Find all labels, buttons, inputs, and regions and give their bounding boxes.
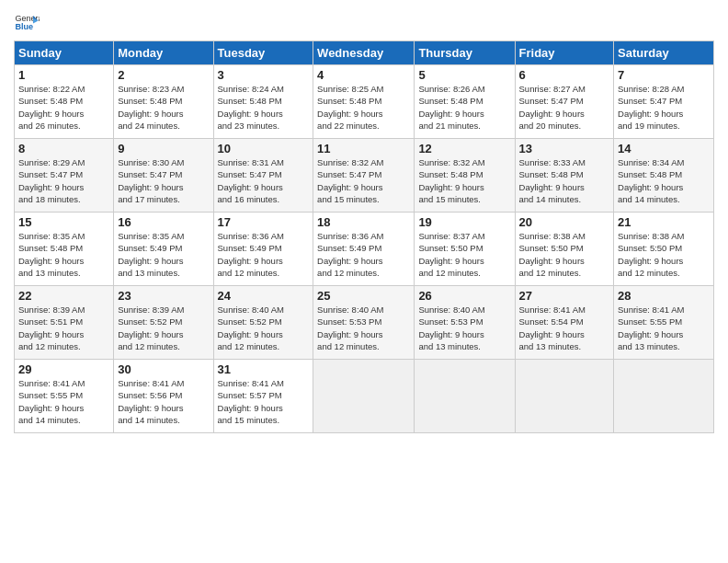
calendar-cell: 26Sunrise: 8:40 AM Sunset: 5:53 PM Dayli… [415, 286, 515, 360]
calendar-cell: 18Sunrise: 8:36 AM Sunset: 5:49 PM Dayli… [313, 213, 415, 286]
day-number: 2 [118, 68, 209, 82]
day-number: 28 [618, 289, 710, 303]
day-number: 6 [519, 68, 610, 82]
day-info: Sunrise: 8:41 AM Sunset: 5:55 PM Dayligh… [18, 377, 109, 426]
day-number: 15 [18, 215, 109, 229]
day-info: Sunrise: 8:32 AM Sunset: 5:48 PM Dayligh… [418, 156, 510, 205]
calendar-cell: 6Sunrise: 8:27 AM Sunset: 5:47 PM Daylig… [515, 65, 614, 139]
day-info: Sunrise: 8:38 AM Sunset: 5:50 PM Dayligh… [618, 230, 710, 279]
weekday-header: Friday [515, 41, 614, 65]
day-number: 1 [18, 68, 109, 82]
day-number: 20 [519, 215, 610, 229]
calendar-cell: 9Sunrise: 8:30 AM Sunset: 5:47 PM Daylig… [114, 139, 213, 213]
weekday-header: Wednesday [313, 41, 415, 65]
day-number: 25 [317, 289, 410, 303]
calendar-cell [313, 360, 415, 433]
day-info: Sunrise: 8:29 AM Sunset: 5:47 PM Dayligh… [18, 156, 109, 205]
day-number: 11 [317, 142, 410, 155]
calendar-header-row: SundayMondayTuesdayWednesdayThursdayFrid… [15, 41, 714, 65]
calendar-cell: 1Sunrise: 8:22 AM Sunset: 5:48 PM Daylig… [15, 65, 114, 139]
day-info: Sunrise: 8:37 AM Sunset: 5:50 PM Dayligh… [418, 230, 510, 279]
logo-icon: General Blue [14, 9, 40, 35]
day-info: Sunrise: 8:27 AM Sunset: 5:47 PM Dayligh… [519, 83, 610, 132]
day-number: 13 [519, 142, 610, 155]
calendar-cell: 17Sunrise: 8:36 AM Sunset: 5:49 PM Dayli… [213, 213, 313, 286]
calendar-cell: 24Sunrise: 8:40 AM Sunset: 5:52 PM Dayli… [213, 286, 313, 360]
calendar-cell: 19Sunrise: 8:37 AM Sunset: 5:50 PM Dayli… [415, 213, 515, 286]
day-info: Sunrise: 8:38 AM Sunset: 5:50 PM Dayligh… [519, 230, 610, 279]
calendar-cell: 5Sunrise: 8:26 AM Sunset: 5:48 PM Daylig… [415, 65, 515, 139]
day-info: Sunrise: 8:35 AM Sunset: 5:48 PM Dayligh… [18, 230, 109, 279]
day-number: 21 [618, 215, 710, 229]
day-info: Sunrise: 8:36 AM Sunset: 5:49 PM Dayligh… [218, 230, 310, 279]
calendar-cell: 4Sunrise: 8:25 AM Sunset: 5:48 PM Daylig… [313, 65, 415, 139]
day-info: Sunrise: 8:34 AM Sunset: 5:48 PM Dayligh… [618, 156, 710, 205]
day-info: Sunrise: 8:33 AM Sunset: 5:48 PM Dayligh… [519, 156, 610, 205]
weekday-header: Saturday [614, 41, 714, 65]
day-number: 14 [618, 142, 710, 155]
day-number: 8 [18, 142, 109, 155]
calendar-cell: 11Sunrise: 8:32 AM Sunset: 5:47 PM Dayli… [313, 139, 415, 213]
calendar-week-row: 29Sunrise: 8:41 AM Sunset: 5:55 PM Dayli… [15, 360, 714, 433]
day-info: Sunrise: 8:41 AM Sunset: 5:55 PM Dayligh… [618, 304, 710, 352]
calendar-cell: 23Sunrise: 8:39 AM Sunset: 5:52 PM Dayli… [114, 286, 213, 360]
calendar-cell: 20Sunrise: 8:38 AM Sunset: 5:50 PM Dayli… [515, 213, 614, 286]
calendar-cell: 25Sunrise: 8:40 AM Sunset: 5:53 PM Dayli… [313, 286, 415, 360]
calendar-cell: 27Sunrise: 8:41 AM Sunset: 5:54 PM Dayli… [515, 286, 614, 360]
day-number: 5 [418, 68, 510, 82]
day-info: Sunrise: 8:24 AM Sunset: 5:48 PM Dayligh… [218, 83, 310, 132]
calendar-cell: 2Sunrise: 8:23 AM Sunset: 5:48 PM Daylig… [114, 65, 213, 139]
day-number: 16 [118, 215, 209, 229]
day-info: Sunrise: 8:35 AM Sunset: 5:49 PM Dayligh… [118, 230, 209, 279]
day-info: Sunrise: 8:31 AM Sunset: 5:47 PM Dayligh… [218, 156, 310, 205]
calendar-cell: 14Sunrise: 8:34 AM Sunset: 5:48 PM Dayli… [614, 139, 714, 213]
day-info: Sunrise: 8:41 AM Sunset: 5:57 PM Dayligh… [218, 377, 310, 426]
day-number: 27 [519, 289, 610, 303]
calendar-cell: 29Sunrise: 8:41 AM Sunset: 5:55 PM Dayli… [15, 360, 114, 433]
day-number: 19 [418, 215, 510, 229]
day-number: 24 [218, 289, 310, 303]
day-info: Sunrise: 8:39 AM Sunset: 5:51 PM Dayligh… [18, 304, 109, 352]
day-number: 9 [118, 142, 209, 155]
day-number: 30 [118, 362, 209, 376]
day-info: Sunrise: 8:36 AM Sunset: 5:49 PM Dayligh… [317, 230, 410, 279]
calendar-cell: 8Sunrise: 8:29 AM Sunset: 5:47 PM Daylig… [15, 139, 114, 213]
calendar-cell: 12Sunrise: 8:32 AM Sunset: 5:48 PM Dayli… [415, 139, 515, 213]
day-number: 22 [18, 289, 109, 303]
day-info: Sunrise: 8:32 AM Sunset: 5:47 PM Dayligh… [317, 156, 410, 205]
calendar-week-row: 1Sunrise: 8:22 AM Sunset: 5:48 PM Daylig… [15, 65, 714, 139]
day-number: 12 [418, 142, 510, 155]
weekday-header: Monday [114, 41, 213, 65]
calendar-cell: 31Sunrise: 8:41 AM Sunset: 5:57 PM Dayli… [213, 360, 313, 433]
calendar-cell: 7Sunrise: 8:28 AM Sunset: 5:47 PM Daylig… [614, 65, 714, 139]
calendar-table: SundayMondayTuesdayWednesdayThursdayFrid… [14, 40, 714, 433]
calendar-cell: 21Sunrise: 8:38 AM Sunset: 5:50 PM Dayli… [614, 213, 714, 286]
day-info: Sunrise: 8:28 AM Sunset: 5:47 PM Dayligh… [618, 83, 710, 132]
calendar-week-row: 8Sunrise: 8:29 AM Sunset: 5:47 PM Daylig… [15, 139, 714, 213]
day-number: 26 [418, 289, 510, 303]
day-number: 17 [218, 215, 310, 229]
weekday-header: Tuesday [213, 41, 313, 65]
day-number: 18 [317, 215, 410, 229]
calendar-cell: 30Sunrise: 8:41 AM Sunset: 5:56 PM Dayli… [114, 360, 213, 433]
calendar-week-row: 22Sunrise: 8:39 AM Sunset: 5:51 PM Dayli… [15, 286, 714, 360]
calendar-cell [415, 360, 515, 433]
day-info: Sunrise: 8:40 AM Sunset: 5:53 PM Dayligh… [418, 304, 510, 352]
header: General Blue [14, 9, 714, 35]
day-info: Sunrise: 8:39 AM Sunset: 5:52 PM Dayligh… [118, 304, 209, 352]
day-number: 29 [18, 362, 109, 376]
calendar-cell: 10Sunrise: 8:31 AM Sunset: 5:47 PM Dayli… [213, 139, 313, 213]
calendar-cell: 3Sunrise: 8:24 AM Sunset: 5:48 PM Daylig… [213, 65, 313, 139]
day-info: Sunrise: 8:25 AM Sunset: 5:48 PM Dayligh… [317, 83, 410, 132]
day-info: Sunrise: 8:41 AM Sunset: 5:56 PM Dayligh… [118, 377, 209, 426]
day-info: Sunrise: 8:40 AM Sunset: 5:52 PM Dayligh… [218, 304, 310, 352]
calendar-cell: 16Sunrise: 8:35 AM Sunset: 5:49 PM Dayli… [114, 213, 213, 286]
weekday-header: Thursday [415, 41, 515, 65]
day-info: Sunrise: 8:30 AM Sunset: 5:47 PM Dayligh… [118, 156, 209, 205]
day-info: Sunrise: 8:40 AM Sunset: 5:53 PM Dayligh… [317, 304, 410, 352]
calendar-cell [515, 360, 614, 433]
calendar-week-row: 15Sunrise: 8:35 AM Sunset: 5:48 PM Dayli… [15, 213, 714, 286]
day-info: Sunrise: 8:23 AM Sunset: 5:48 PM Dayligh… [118, 83, 209, 132]
page-container: General Blue SundayMondayTuesdayWednesda… [0, 0, 728, 442]
calendar-cell [614, 360, 714, 433]
